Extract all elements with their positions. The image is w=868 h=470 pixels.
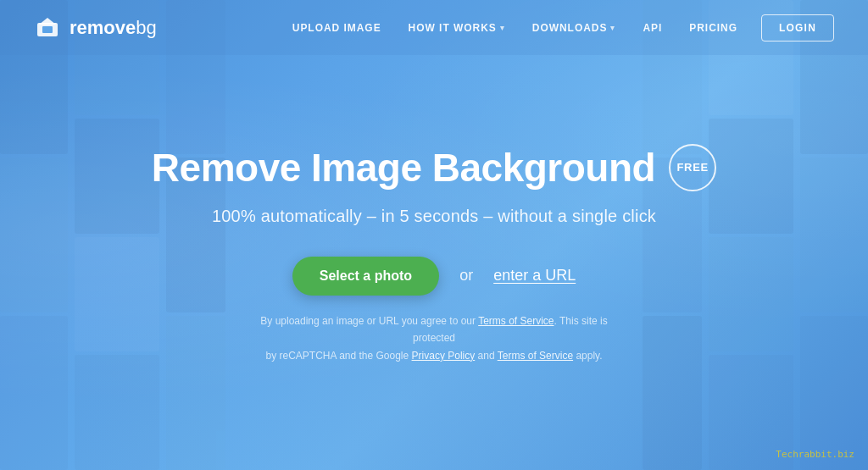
logo-icon	[34, 14, 61, 41]
nav-upload[interactable]: UPLOAD IMAGE	[282, 15, 392, 41]
hero-subtitle: 100% automatically – in 5 seconds – with…	[212, 207, 656, 226]
terms-of-service-link-1[interactable]: Terms of Service	[478, 315, 554, 327]
svg-marker-1	[39, 18, 56, 25]
nav-downloads[interactable]: DOWNLOADS ▾	[522, 15, 626, 41]
or-text: or	[459, 267, 473, 285]
hero-title: Remove Image Background FREE	[152, 144, 716, 191]
select-photo-button[interactable]: Select a photo	[292, 257, 439, 296]
how-chevron-icon: ▾	[500, 24, 505, 32]
hero-actions: Select a photo or enter a URL	[292, 257, 576, 296]
svg-rect-2	[42, 26, 53, 33]
terms-of-service-link-2[interactable]: Terms of Service	[498, 350, 573, 362]
terms-text: By uploading an image or URL you agree t…	[239, 312, 629, 364]
logo[interactable]: removebg	[34, 14, 157, 41]
nav-how-it-works[interactable]: HOW IT WORKS ▾	[398, 15, 515, 41]
downloads-chevron-icon: ▾	[610, 24, 615, 32]
nav-pricing[interactable]: PRICING	[679, 15, 748, 41]
login-button[interactable]: LOGIN	[761, 14, 834, 41]
nav-api[interactable]: API	[632, 15, 672, 41]
hero-section: removebg UPLOAD IMAGE HOW IT WORKS ▾ DOW…	[0, 0, 868, 470]
hero-content: Remove Image Background FREE 100% automa…	[0, 38, 868, 470]
enter-url-link[interactable]: enter a URL	[493, 267, 576, 285]
nav-links: UPLOAD IMAGE HOW IT WORKS ▾ DOWNLOADS ▾ …	[282, 14, 834, 41]
watermark: Techrabbit.biz	[776, 449, 854, 460]
privacy-policy-link[interactable]: Privacy Policy	[412, 350, 476, 362]
logo-text: removebg	[70, 17, 157, 39]
free-badge: FREE	[669, 144, 716, 191]
